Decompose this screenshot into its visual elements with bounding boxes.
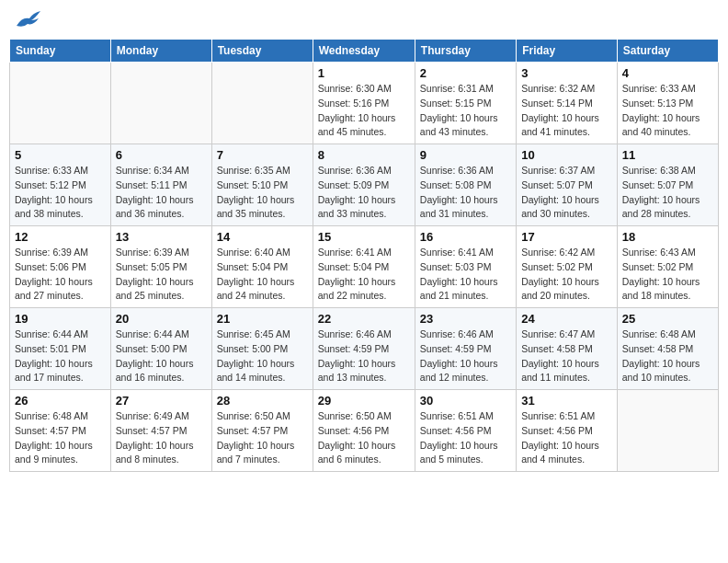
day-info: Sunrise: 6:40 AM Sunset: 5:04 PM Dayligh… xyxy=(217,246,308,304)
day-info: Sunrise: 6:36 AM Sunset: 5:09 PM Dayligh… xyxy=(318,164,410,222)
day-number: 16 xyxy=(420,230,511,244)
calendar-cell: 17Sunrise: 6:42 AM Sunset: 5:02 PM Dayli… xyxy=(517,226,618,308)
calendar-cell xyxy=(617,390,718,472)
calendar-cell: 15Sunrise: 6:41 AM Sunset: 5:04 PM Dayli… xyxy=(313,226,415,308)
calendar-cell: 1Sunrise: 6:30 AM Sunset: 5:16 PM Daylig… xyxy=(313,63,415,144)
day-info: Sunrise: 6:45 AM Sunset: 5:00 PM Dayligh… xyxy=(217,327,308,385)
day-info: Sunrise: 6:49 AM Sunset: 4:57 PM Dayligh… xyxy=(116,409,207,467)
day-number: 31 xyxy=(521,394,612,408)
day-info: Sunrise: 6:31 AM Sunset: 5:15 PM Dayligh… xyxy=(420,82,511,140)
day-number: 4 xyxy=(622,66,713,80)
day-number: 21 xyxy=(217,312,308,326)
column-header-wednesday: Wednesday xyxy=(313,40,415,63)
day-info: Sunrise: 6:50 AM Sunset: 4:56 PM Dayligh… xyxy=(318,409,410,467)
day-number: 2 xyxy=(420,66,511,80)
day-info: Sunrise: 6:41 AM Sunset: 5:04 PM Dayligh… xyxy=(318,246,410,304)
day-info: Sunrise: 6:46 AM Sunset: 4:59 PM Dayligh… xyxy=(420,327,511,385)
calendar-cell: 31Sunrise: 6:51 AM Sunset: 4:56 PM Dayli… xyxy=(517,390,618,472)
calendar-cell: 20Sunrise: 6:44 AM Sunset: 5:00 PM Dayli… xyxy=(110,308,211,390)
day-info: Sunrise: 6:44 AM Sunset: 5:01 PM Dayligh… xyxy=(15,327,106,385)
day-number: 6 xyxy=(116,148,207,162)
day-info: Sunrise: 6:48 AM Sunset: 4:57 PM Dayligh… xyxy=(15,409,106,467)
day-info: Sunrise: 6:51 AM Sunset: 4:56 PM Dayligh… xyxy=(521,409,612,467)
day-number: 25 xyxy=(622,312,713,326)
column-header-friday: Friday xyxy=(517,40,618,63)
calendar-cell xyxy=(110,63,211,144)
calendar-cell: 22Sunrise: 6:46 AM Sunset: 4:59 PM Dayli… xyxy=(313,308,415,390)
day-info: Sunrise: 6:43 AM Sunset: 5:02 PM Dayligh… xyxy=(622,246,713,304)
day-number: 3 xyxy=(521,66,612,80)
calendar-cell: 19Sunrise: 6:44 AM Sunset: 5:01 PM Dayli… xyxy=(10,308,111,390)
day-info: Sunrise: 6:47 AM Sunset: 4:58 PM Dayligh… xyxy=(521,327,612,385)
page-header xyxy=(9,9,719,31)
day-number: 12 xyxy=(15,230,106,244)
day-info: Sunrise: 6:50 AM Sunset: 4:57 PM Dayligh… xyxy=(217,409,308,467)
day-number: 18 xyxy=(622,230,713,244)
day-info: Sunrise: 6:30 AM Sunset: 5:16 PM Dayligh… xyxy=(318,82,410,140)
day-number: 5 xyxy=(15,148,106,162)
calendar-cell: 3Sunrise: 6:32 AM Sunset: 5:14 PM Daylig… xyxy=(517,63,618,144)
calendar-cell: 27Sunrise: 6:49 AM Sunset: 4:57 PM Dayli… xyxy=(110,390,211,472)
column-header-saturday: Saturday xyxy=(617,40,718,63)
day-info: Sunrise: 6:41 AM Sunset: 5:03 PM Dayligh… xyxy=(420,246,511,304)
calendar-cell: 26Sunrise: 6:48 AM Sunset: 4:57 PM Dayli… xyxy=(10,390,111,472)
day-number: 7 xyxy=(217,148,308,162)
calendar-cell: 12Sunrise: 6:39 AM Sunset: 5:06 PM Dayli… xyxy=(10,226,111,308)
calendar-cell: 13Sunrise: 6:39 AM Sunset: 5:05 PM Dayli… xyxy=(110,226,211,308)
column-header-sunday: Sunday xyxy=(10,40,111,63)
day-info: Sunrise: 6:36 AM Sunset: 5:08 PM Dayligh… xyxy=(420,164,511,222)
calendar-cell: 21Sunrise: 6:45 AM Sunset: 5:00 PM Dayli… xyxy=(211,308,313,390)
day-number: 14 xyxy=(217,230,308,244)
day-info: Sunrise: 6:34 AM Sunset: 5:11 PM Dayligh… xyxy=(116,164,207,222)
calendar-cell: 18Sunrise: 6:43 AM Sunset: 5:02 PM Dayli… xyxy=(617,226,718,308)
day-info: Sunrise: 6:32 AM Sunset: 5:14 PM Dayligh… xyxy=(521,82,612,140)
calendar-cell xyxy=(10,63,111,144)
day-info: Sunrise: 6:44 AM Sunset: 5:00 PM Dayligh… xyxy=(116,327,207,385)
calendar-cell xyxy=(211,63,313,144)
day-number: 30 xyxy=(420,394,511,408)
calendar-cell: 6Sunrise: 6:34 AM Sunset: 5:11 PM Daylig… xyxy=(110,144,211,226)
day-number: 8 xyxy=(318,148,410,162)
day-info: Sunrise: 6:42 AM Sunset: 5:02 PM Dayligh… xyxy=(521,246,612,304)
day-number: 11 xyxy=(622,148,713,162)
day-info: Sunrise: 6:46 AM Sunset: 4:59 PM Dayligh… xyxy=(318,327,410,385)
calendar-cell: 16Sunrise: 6:41 AM Sunset: 5:03 PM Dayli… xyxy=(415,226,516,308)
day-info: Sunrise: 6:39 AM Sunset: 5:05 PM Dayligh… xyxy=(116,246,207,304)
day-number: 28 xyxy=(217,394,308,408)
day-number: 15 xyxy=(318,230,410,244)
day-info: Sunrise: 6:35 AM Sunset: 5:10 PM Dayligh… xyxy=(217,164,308,222)
day-info: Sunrise: 6:37 AM Sunset: 5:07 PM Dayligh… xyxy=(521,164,612,222)
day-info: Sunrise: 6:39 AM Sunset: 5:06 PM Dayligh… xyxy=(15,246,106,304)
day-number: 13 xyxy=(116,230,207,244)
day-info: Sunrise: 6:38 AM Sunset: 5:07 PM Dayligh… xyxy=(622,164,713,222)
logo-bird-icon xyxy=(15,9,42,31)
calendar-cell: 2Sunrise: 6:31 AM Sunset: 5:15 PM Daylig… xyxy=(415,63,516,144)
column-header-thursday: Thursday xyxy=(415,40,516,63)
day-number: 9 xyxy=(420,148,511,162)
day-number: 10 xyxy=(521,148,612,162)
calendar-cell: 10Sunrise: 6:37 AM Sunset: 5:07 PM Dayli… xyxy=(517,144,618,226)
day-info: Sunrise: 6:33 AM Sunset: 5:12 PM Dayligh… xyxy=(15,164,106,222)
calendar-cell: 7Sunrise: 6:35 AM Sunset: 5:10 PM Daylig… xyxy=(211,144,313,226)
day-number: 29 xyxy=(318,394,410,408)
day-number: 1 xyxy=(318,66,410,80)
day-number: 27 xyxy=(116,394,207,408)
calendar-cell: 11Sunrise: 6:38 AM Sunset: 5:07 PM Dayli… xyxy=(617,144,718,226)
column-header-monday: Monday xyxy=(110,40,211,63)
day-number: 20 xyxy=(116,312,207,326)
calendar-cell: 28Sunrise: 6:50 AM Sunset: 4:57 PM Dayli… xyxy=(211,390,313,472)
day-info: Sunrise: 6:33 AM Sunset: 5:13 PM Dayligh… xyxy=(622,82,713,140)
logo xyxy=(13,9,42,31)
calendar-cell: 5Sunrise: 6:33 AM Sunset: 5:12 PM Daylig… xyxy=(10,144,111,226)
day-number: 19 xyxy=(15,312,106,326)
calendar-cell: 23Sunrise: 6:46 AM Sunset: 4:59 PM Dayli… xyxy=(415,308,516,390)
calendar-cell: 29Sunrise: 6:50 AM Sunset: 4:56 PM Dayli… xyxy=(313,390,415,472)
day-info: Sunrise: 6:51 AM Sunset: 4:56 PM Dayligh… xyxy=(420,409,511,467)
calendar-cell: 9Sunrise: 6:36 AM Sunset: 5:08 PM Daylig… xyxy=(415,144,516,226)
calendar-cell: 30Sunrise: 6:51 AM Sunset: 4:56 PM Dayli… xyxy=(415,390,516,472)
calendar-cell: 14Sunrise: 6:40 AM Sunset: 5:04 PM Dayli… xyxy=(211,226,313,308)
day-number: 24 xyxy=(521,312,612,326)
calendar-cell: 25Sunrise: 6:48 AM Sunset: 4:58 PM Dayli… xyxy=(617,308,718,390)
calendar-cell: 4Sunrise: 6:33 AM Sunset: 5:13 PM Daylig… xyxy=(617,63,718,144)
calendar-cell: 8Sunrise: 6:36 AM Sunset: 5:09 PM Daylig… xyxy=(313,144,415,226)
